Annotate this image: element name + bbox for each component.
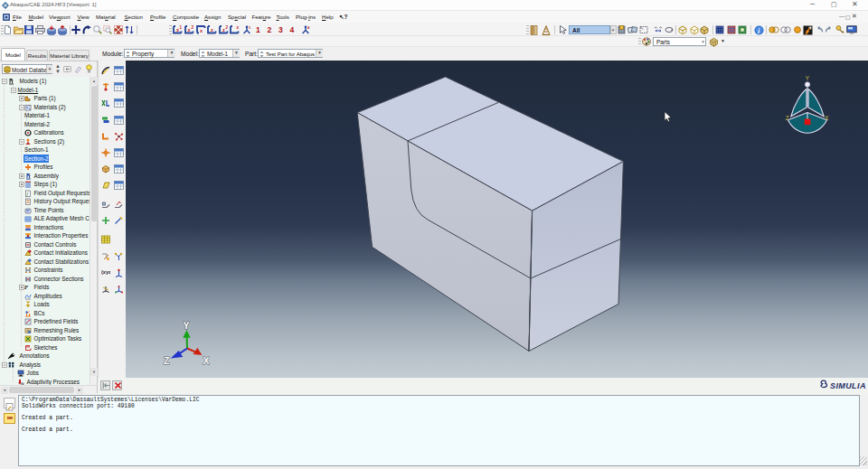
svg-text:SIMULIA: SIMULIA bbox=[830, 381, 866, 390]
svg-text:X: X bbox=[825, 115, 829, 121]
svg-text:1: 1 bbox=[180, 25, 183, 30]
svg-text:x: x bbox=[200, 28, 203, 33]
svg-text:Y: Y bbox=[806, 75, 810, 81]
svg-text:(xyz): (xyz) bbox=[101, 269, 110, 275]
svg-text:2: 2 bbox=[191, 25, 193, 30]
svg-text:X: X bbox=[203, 355, 210, 366]
svg-text:x: x bbox=[237, 25, 240, 30]
svg-text:1: 1 bbox=[249, 25, 251, 30]
svg-text:Y: Y bbox=[184, 320, 190, 331]
svg-text:z: z bbox=[211, 27, 213, 33]
svg-text:Z: Z bbox=[786, 115, 789, 121]
svg-text:4: 4 bbox=[307, 25, 310, 30]
svg-text:2: 2 bbox=[225, 25, 228, 30]
svg-text:Z: Z bbox=[164, 355, 170, 366]
